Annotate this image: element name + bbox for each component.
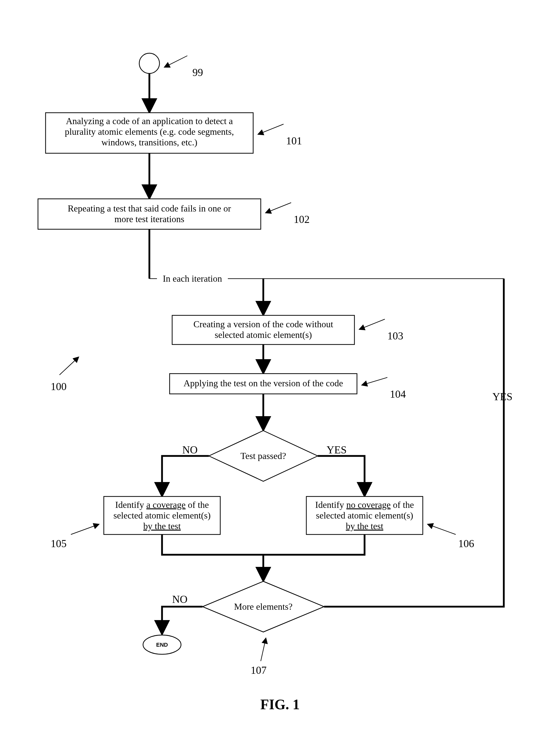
- edge-nocoverage-down: [263, 535, 365, 555]
- start-node: [139, 53, 160, 73]
- edge-decision1-no: [162, 456, 209, 495]
- no-coverage-text-3: by the test: [346, 521, 383, 531]
- no-coverage-text-2: selected atomic element(s): [316, 510, 413, 520]
- create-text-1: Creating a version of the code without: [193, 319, 333, 329]
- ref-arrow-apply: [362, 377, 387, 385]
- figure-label: FIG. 1: [260, 697, 300, 712]
- ref-label-create: 103: [387, 330, 403, 342]
- cov-1c: of the: [186, 500, 209, 510]
- edge-label-no-2: NO: [172, 593, 188, 605]
- coverage-text-2: selected atomic element(s): [114, 510, 211, 520]
- analyze-text-3: windows, transitions, etc.): [101, 137, 197, 147]
- ref-label-coverage: 105: [51, 538, 67, 550]
- ref-arrow-analyze: [258, 124, 284, 134]
- flowchart: 99 Analyzing a code of an application to…: [0, 0, 560, 748]
- cov-1a: Identify: [115, 500, 146, 510]
- ref-label-apply: 104: [390, 388, 406, 400]
- ref-arrow-repeat: [266, 203, 291, 213]
- ref-arrow-create: [360, 319, 385, 329]
- repeat-text-1: Repeating a test that said code fails in…: [68, 204, 231, 213]
- ref-arrow-method: [59, 357, 78, 375]
- end-text: END: [156, 641, 168, 648]
- edge-decision2-no: [162, 607, 202, 633]
- decision1-text: Test passed?: [241, 451, 286, 461]
- ref-arrow-more: [261, 638, 266, 661]
- ref-label-method: 100: [51, 381, 67, 392]
- apply-text-1: Applying the test on the version of the …: [184, 378, 343, 388]
- edge-decision1-yes: [318, 456, 365, 495]
- ref-arrow-no-coverage: [428, 524, 456, 535]
- decision2-text: More elements?: [234, 602, 293, 612]
- analyze-text-2: plurality atomic elements (e.g. code seg…: [65, 127, 234, 137]
- ref-arrow-start: [165, 56, 187, 67]
- nocov-1a: Identify: [315, 500, 346, 510]
- ref-label-analyze: 101: [286, 135, 302, 147]
- nocov-1c: of the: [391, 500, 414, 510]
- edge-label-yes-1: YES: [326, 444, 347, 456]
- ref-label-start: 99: [192, 67, 203, 78]
- nocov-1b: no coverage: [346, 500, 391, 510]
- create-text-2: selected atomic element(s): [215, 330, 312, 340]
- edge-label-no-1: NO: [182, 444, 198, 456]
- iteration-label: In each iteration: [163, 274, 222, 284]
- coverage-text-1: Identify a coverage of the: [115, 500, 209, 510]
- repeat-text-2: more test iterations: [115, 214, 184, 224]
- analyze-text-1: Analyzing a code of an application to de…: [66, 116, 233, 126]
- edge-label-yes-2: YES: [492, 391, 512, 402]
- edge-coverage-down: [162, 535, 263, 555]
- ref-arrow-coverage: [71, 524, 99, 535]
- ref-label-repeat: 102: [294, 213, 310, 225]
- no-coverage-text-1: Identify no coverage of the: [315, 500, 414, 510]
- ref-label-no-coverage: 106: [458, 538, 474, 550]
- ref-label-more: 107: [251, 664, 267, 676]
- cov-1b: a coverage: [146, 500, 186, 510]
- coverage-text-3: by the test: [143, 521, 181, 531]
